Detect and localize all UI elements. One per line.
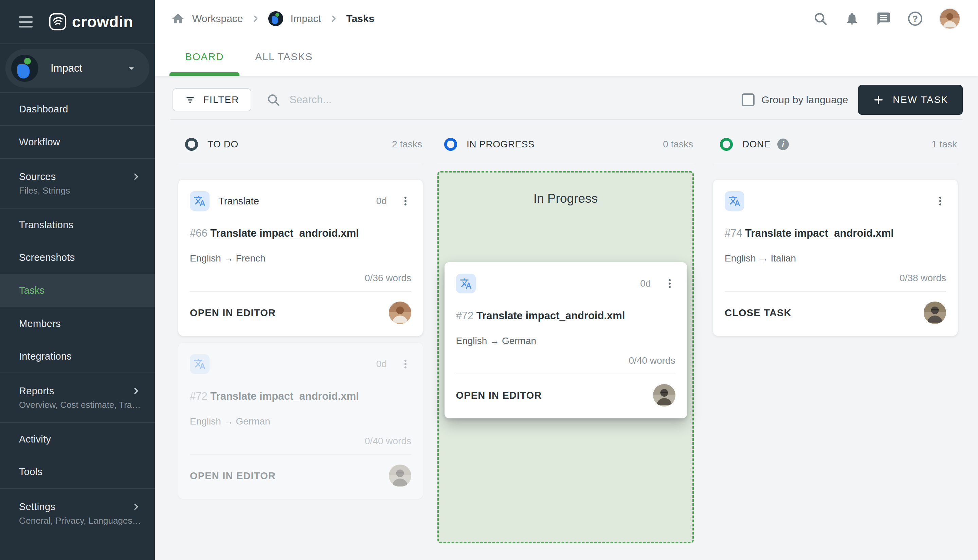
task-title[interactable]: #74 Translate impact_android.xml <box>725 227 946 239</box>
task-card-72-ghost[interactable]: 0d #72 Translate impact_android.xml Engl… <box>178 343 423 499</box>
translate-icon <box>190 354 210 374</box>
home-icon[interactable] <box>171 12 185 25</box>
kebab-menu-icon[interactable] <box>400 358 411 370</box>
group-by-language-toggle[interactable]: Group by language <box>741 93 848 106</box>
open-in-editor-button[interactable]: OPEN IN EDITOR <box>456 390 542 401</box>
sidebar: crowdin Impact Dashboard Workflow Source… <box>0 0 155 560</box>
column-todo: TO DO 2 tasks Translate 0d #66 Translate… <box>178 120 423 543</box>
kebab-menu-icon[interactable] <box>400 195 411 207</box>
assignee-avatar[interactable] <box>924 302 946 324</box>
messages-icon[interactable] <box>876 11 891 26</box>
sidebar-item-reports[interactable]: Reports Overview, Cost estimate, Transl… <box>0 373 155 423</box>
chevron-right-icon <box>131 172 141 182</box>
sidebar-item-activity[interactable]: Activity <box>0 423 155 456</box>
task-title[interactable]: #66 Translate impact_android.xml <box>190 227 411 239</box>
language-pair: English → French <box>190 253 411 264</box>
info-icon[interactable]: i <box>777 138 789 150</box>
topbar-actions: ? <box>796 8 960 29</box>
sidebar-item-sources[interactable]: Sources Files, Strings <box>0 159 155 208</box>
crowdin-logo-mark <box>49 13 67 30</box>
crowdin-logo[interactable]: crowdin <box>49 13 133 31</box>
project-switcher[interactable]: Impact <box>5 49 150 88</box>
board-toolbar: FILTER Group by language NEW TASK <box>170 76 963 120</box>
breadcrumb-page: Tasks <box>347 13 375 25</box>
task-title[interactable]: #72 Translate impact_android.xml <box>190 390 411 402</box>
todo-status-icon <box>185 138 198 151</box>
sidebar-menu: Dashboard Workflow Sources Files, String… <box>0 93 155 538</box>
project-switcher-wrap: Impact <box>0 44 155 93</box>
language-pair: English → Italian <box>725 253 946 264</box>
notifications-icon[interactable] <box>845 12 859 26</box>
sidebar-item-dashboard[interactable]: Dashboard <box>0 93 155 126</box>
filter-icon <box>185 94 196 105</box>
sidebar-item-integrations[interactable]: Integrations <box>0 340 155 373</box>
chevron-right-icon <box>131 386 141 396</box>
sidebar-item-tasks[interactable]: Tasks <box>0 274 155 307</box>
assignee-avatar[interactable] <box>389 465 411 487</box>
search-icon <box>266 93 280 107</box>
dropzone-label: In Progress <box>439 192 692 207</box>
card-divider <box>725 291 946 292</box>
column-done: DONE i 1 task #74 Translate impact_andro… <box>713 120 958 543</box>
project-name: Impact <box>51 62 82 74</box>
open-in-editor-button[interactable]: OPEN IN EDITOR <box>190 470 276 482</box>
column-done-header: DONE i 1 task <box>713 120 958 164</box>
crowdin-logo-text: crowdin <box>72 13 133 31</box>
sidebar-header: crowdin <box>0 0 155 44</box>
group-by-language-checkbox[interactable] <box>741 93 755 106</box>
kebab-menu-icon[interactable] <box>935 195 946 207</box>
chevron-right-icon <box>251 13 261 24</box>
done-status-icon <box>720 138 733 151</box>
sidebar-item-members[interactable]: Members <box>0 307 155 340</box>
help-icon[interactable]: ? <box>908 12 922 26</box>
sidebar-item-workflow[interactable]: Workflow <box>0 126 155 159</box>
task-card-72-dragging[interactable]: 0d #72 Translate impact_android.xml Engl… <box>445 262 687 418</box>
search-icon[interactable] <box>813 11 828 26</box>
sidebar-item-tools[interactable]: Tools <box>0 456 155 489</box>
in-progress-count: 0 tasks <box>663 139 693 150</box>
language-pair: English → German <box>456 335 675 347</box>
chevron-right-icon <box>329 13 339 24</box>
word-progress: 0/36 words <box>190 273 411 283</box>
plus-icon <box>872 94 885 106</box>
new-task-button[interactable]: NEW TASK <box>858 85 963 115</box>
filter-button[interactable]: FILTER <box>173 88 251 112</box>
breadcrumb-project[interactable]: Impact <box>291 13 321 25</box>
sidebar-item-translations[interactable]: Translations <box>0 208 155 242</box>
sidebar-item-screenshots[interactable]: Screenshots <box>0 242 155 274</box>
menu-icon[interactable] <box>19 16 33 28</box>
open-in-editor-button[interactable]: OPEN IN EDITOR <box>190 307 276 318</box>
card-divider <box>456 373 675 374</box>
due-badge: 0d <box>640 278 651 289</box>
chevron-right-icon <box>131 502 141 512</box>
tab-board[interactable]: BOARD <box>170 37 240 76</box>
in-progress-dropzone[interactable]: In Progress 0d #72 Translate impact_andr… <box>437 171 694 543</box>
column-in-progress-header: IN PROGRESS 0 tasks <box>437 120 694 164</box>
language-pair: English → German <box>190 416 411 427</box>
search-input[interactable] <box>289 94 493 106</box>
page-header: Workspace Impact Tasks ? <box>155 0 978 76</box>
chevron-down-icon <box>126 62 137 74</box>
task-card-74[interactable]: #74 Translate impact_android.xml English… <box>713 180 958 336</box>
user-avatar[interactable] <box>939 8 960 29</box>
breadcrumb: Workspace Impact Tasks <box>171 11 374 26</box>
todo-count: 2 tasks <box>392 139 422 150</box>
card-divider <box>190 291 411 292</box>
word-progress: 0/40 words <box>190 436 411 447</box>
in-progress-status-icon <box>444 138 457 151</box>
tab-all-tasks[interactable]: ALL TASKS <box>240 37 328 76</box>
column-in-progress: IN PROGRESS 0 tasks In Progress 0d <box>437 120 694 543</box>
sidebar-item-settings[interactable]: Settings General, Privacy, Languages, Q… <box>0 489 155 538</box>
breadcrumb-project-avatar <box>268 11 283 26</box>
close-task-button[interactable]: CLOSE TASK <box>725 307 791 318</box>
assignee-avatar[interactable] <box>653 384 675 407</box>
project-avatar <box>11 55 38 82</box>
assignee-avatar[interactable] <box>389 302 411 324</box>
done-count: 1 task <box>931 139 957 150</box>
breadcrumb-workspace[interactable]: Workspace <box>192 13 243 25</box>
translate-icon <box>725 191 745 211</box>
topbar: Workspace Impact Tasks ? <box>155 0 978 37</box>
task-title[interactable]: #72 Translate impact_android.xml <box>456 310 675 322</box>
kebab-menu-icon[interactable] <box>664 278 675 289</box>
task-card-66[interactable]: Translate 0d #66 Translate impact_androi… <box>178 180 423 336</box>
